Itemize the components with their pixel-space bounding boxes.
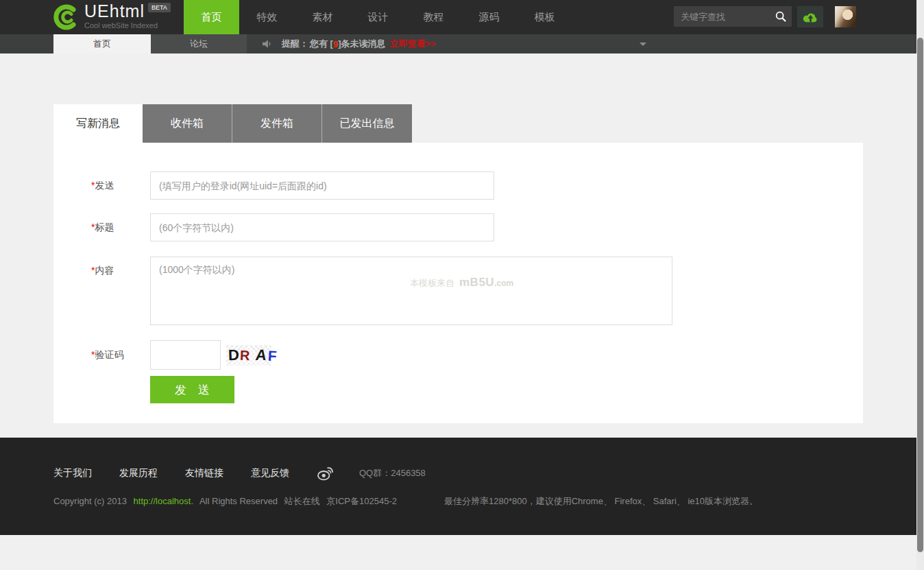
- nav-item-materials[interactable]: 素材: [295, 0, 350, 34]
- captcha-letter: R: [240, 348, 250, 362]
- copyright-text: Copyright (c) 2013: [53, 496, 127, 506]
- unread-count: 9: [333, 39, 338, 49]
- logo-tagline: Cool webSite Indexed: [84, 21, 171, 29]
- footer-links: 关于我们 发展历程 友情链接 意见反馈 QQ群：2456358: [53, 466, 426, 480]
- page: UEhtml BETA Cool webSite Indexed 首页 特效 素…: [0, 0, 924, 570]
- footer-link-friends[interactable]: 友情链接: [185, 467, 223, 479]
- nav-item-tutorials[interactable]: 教程: [406, 0, 461, 34]
- tab-outbox[interactable]: 发件箱: [232, 104, 322, 143]
- search-box: [674, 6, 792, 27]
- subnav-tab-home[interactable]: 首页: [53, 34, 151, 54]
- compose-card: *发送 *标题 *内容 本模板来自 mB5U .com *验证码 D R A F…: [53, 143, 863, 423]
- captcha-letter: F: [268, 348, 278, 363]
- logo-text: UEhtml: [84, 3, 145, 20]
- nav-item-templates[interactable]: 模板: [517, 0, 572, 34]
- qq-group: QQ群：2456358: [359, 467, 426, 479]
- notice-text-after: ]条未读消息: [338, 38, 385, 50]
- view-now-link[interactable]: 立即查看>>: [390, 38, 436, 50]
- rights-text: All Rights Reserved: [199, 496, 278, 506]
- top-header: UEhtml BETA Cool webSite Indexed 首页 特效 素…: [0, 0, 916, 34]
- captcha-letter: A: [255, 348, 268, 363]
- tab-sent[interactable]: 已发出信息: [322, 104, 412, 143]
- cloud-upload-icon: [803, 11, 818, 23]
- nav-item-effects[interactable]: 特效: [239, 0, 295, 34]
- captcha-label: *验证码: [91, 340, 123, 370]
- nav-item-source[interactable]: 源码: [461, 0, 517, 34]
- nav-item-home[interactable]: 首页: [184, 0, 239, 34]
- footer: 关于我们 发展历程 友情链接 意见反馈 QQ群：2456358 Copyrigh…: [0, 438, 916, 535]
- content-label: *内容: [91, 265, 114, 277]
- weibo-icon[interactable]: [317, 466, 335, 481]
- captcha-letter: D: [228, 348, 240, 364]
- copyright: Copyright (c) 2013 http://localhost. All…: [53, 495, 401, 508]
- scrollbar-thumb[interactable]: [917, 38, 923, 552]
- captcha-input[interactable]: [150, 340, 221, 370]
- search-icon[interactable]: [775, 10, 787, 23]
- nav-item-design[interactable]: 设计: [350, 0, 406, 34]
- browser-tip: 最佳分辨率1280*800，建议使用Chrome、 Firefox、 Safar…: [444, 495, 758, 508]
- title-input[interactable]: [150, 213, 494, 241]
- send-to-input[interactable]: [150, 171, 494, 200]
- beta-badge: BETA: [148, 3, 171, 12]
- message-tabs: 写新消息 收件箱 发件箱 已发出信息: [53, 104, 412, 143]
- scrollbar-track[interactable]: [916, 0, 924, 570]
- logo[interactable]: UEhtml BETA Cool webSite Indexed: [52, 3, 171, 32]
- icp-text: 京ICP备102545-2: [326, 496, 397, 506]
- title-label: *标题: [91, 213, 114, 241]
- send-to-label: *发送: [91, 171, 114, 200]
- localhost-link[interactable]: http://localhost.: [134, 496, 193, 506]
- footer-link-feedback[interactable]: 意见反馈: [251, 467, 289, 479]
- speaker-icon: [263, 39, 273, 49]
- subnav-tab-forum[interactable]: 论坛: [151, 34, 247, 54]
- user-avatar[interactable]: [835, 6, 856, 27]
- footer-link-about[interactable]: 关于我们: [53, 467, 92, 479]
- captcha-image[interactable]: D R A F: [226, 345, 271, 366]
- tab-inbox[interactable]: 收件箱: [143, 104, 232, 143]
- sub-nav: 首页 论坛 提醒： 您有 [ 9 ]条未读消息 立即查看>>: [0, 34, 916, 54]
- upload-button[interactable]: [797, 6, 823, 27]
- uehtml-logo-icon: [52, 3, 80, 32]
- footer-link-history[interactable]: 发展历程: [119, 467, 158, 479]
- send-button[interactable]: 发 送: [150, 376, 234, 403]
- notice-text-before: 您有 [: [310, 38, 333, 50]
- tab-compose[interactable]: 写新消息: [53, 104, 143, 143]
- caret-down-icon[interactable]: [640, 43, 646, 46]
- content-textarea[interactable]: [150, 257, 672, 325]
- webmaster-online-text: 站长在线: [284, 496, 320, 506]
- unread-notice: 提醒： 您有 [ 9 ]条未读消息 立即查看>>: [263, 34, 436, 54]
- notice-label: 提醒：: [282, 38, 308, 50]
- main-nav: 首页 特效 素材 设计 教程 源码 模板: [184, 0, 572, 34]
